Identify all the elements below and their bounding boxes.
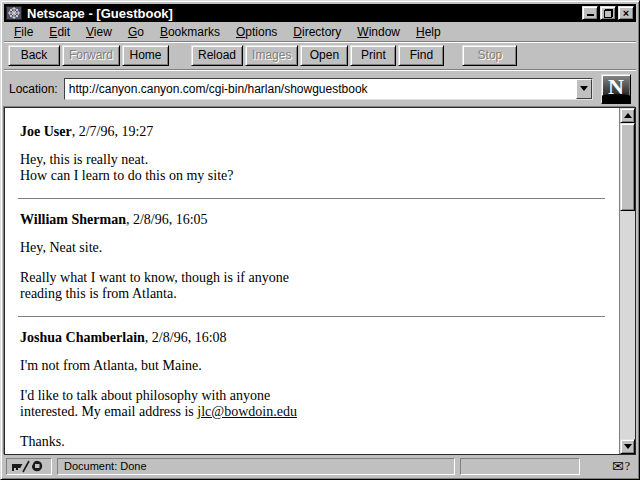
restore-icon [604,9,613,18]
statusbar: Document: Done ✉ ? [4,455,636,476]
entry-message: Really what I want to know, though is if… [20,270,609,302]
netscape-n: N [608,75,624,99]
security-panel [6,458,52,475]
entry-datetime: , 2/7/96, 19:27 [72,124,154,139]
entry-message: I'd like to talk about philosophy with a… [20,388,609,420]
entry-divider [18,316,605,318]
entry-message: Thanks. [20,434,609,450]
location-input[interactable] [65,79,576,99]
entry-datetime: , 2/8/96, 16:08 [145,330,227,345]
entry-message: Hey, this is really neat. How can I lear… [20,152,609,184]
menu-view[interactable]: View [78,23,120,41]
entry-datetime: , 2/8/96, 16:05 [126,212,208,227]
entry-header: Joshua Chamberlain, 2/8/96, 16:08 [20,330,609,346]
guestbook-entry: Joshua Chamberlain, 2/8/96, 16:08 I'm no… [20,330,609,450]
arrow-up-icon [624,113,632,118]
entry-divider [18,198,605,200]
progress-bar [460,458,580,475]
menu-go[interactable]: Go [120,23,152,41]
print-button[interactable]: Print [350,45,396,66]
window-title: Netscape - [Guestbook] [27,6,580,21]
location-dropdown-button[interactable] [576,79,592,99]
content-area: Joe User, 2/7/96, 19:27 Hey, this is rea… [4,107,636,455]
forward-button: Forward [62,45,120,66]
close-button[interactable]: × [618,6,634,20]
reload-button[interactable]: Reload [191,45,243,66]
open-button[interactable]: Open [300,45,348,66]
scrollbar-down-button[interactable] [620,439,635,454]
arrow-down-icon [624,444,632,449]
scrollbar-thumb[interactable] [620,123,635,211]
find-button[interactable]: Find [398,45,444,66]
menu-help[interactable]: Help [408,23,449,41]
entry-header: Joe User, 2/7/96, 19:27 [20,124,609,140]
menu-edit[interactable]: Edit [41,23,78,41]
titlebar: Netscape - [Guestbook] × [4,4,636,22]
location-label: Location: [9,82,58,96]
entry-header: William Sherman, 2/8/96, 16:05 [20,212,609,228]
guestbook-entry: William Sherman, 2/8/96, 16:05 Hey, Neat… [20,212,609,302]
entry-message: I'm not from Atlanta, but Maine. [20,358,609,374]
entry-message: Hey, Neat site. [20,240,609,256]
mail-icon: ✉ [612,459,624,473]
entry-author: William Sherman [20,212,126,227]
menu-bookmarks[interactable]: Bookmarks [152,23,228,41]
close-icon: × [623,8,629,18]
guestbook-entry: Joe User, 2/7/96, 19:27 Hey, this is rea… [20,124,609,184]
images-button: Images [245,45,298,66]
toolbar: Back Forward Home Reload Images Open Pri… [4,42,636,70]
status-message: Document: Done [57,458,455,475]
browser-window: Netscape - [Guestbook] × File Edit View … [0,0,640,480]
menu-window[interactable]: Window [349,23,408,41]
entry-author: Joe User [20,124,72,139]
back-button[interactable]: Back [8,45,60,66]
chevron-down-icon [580,86,588,91]
vertical-scrollbar[interactable] [619,108,635,454]
restore-button[interactable] [600,6,616,20]
netscape-app-icon[interactable] [6,6,22,20]
entry-author: Joshua Chamberlain [20,330,145,345]
scrollbar-track[interactable] [620,211,635,439]
email-link[interactable]: jlc@bowdoin.edu [197,404,297,419]
location-row: Location: N [4,70,636,107]
stop-button: Stop [462,45,517,66]
home-button[interactable]: Home [122,45,169,66]
menu-directory[interactable]: Directory [285,23,349,41]
scrollbar-up-button[interactable] [620,108,635,123]
netscape-logo[interactable]: N [601,74,631,104]
menubar: File Edit View Go Bookmarks Options Dire… [4,22,636,42]
guestbook-page: Joe User, 2/7/96, 19:27 Hey, this is rea… [5,108,619,454]
menu-file[interactable]: File [6,23,41,41]
mail-status[interactable]: ✉ ? [612,459,634,474]
location-field [64,78,593,100]
minimize-button[interactable] [582,6,598,20]
minimize-icon [587,14,594,16]
broken-key-icon [10,460,48,473]
ship-wheel-icon [8,7,20,19]
mail-unknown-icon: ? [625,459,630,474]
menu-options[interactable]: Options [228,23,285,41]
